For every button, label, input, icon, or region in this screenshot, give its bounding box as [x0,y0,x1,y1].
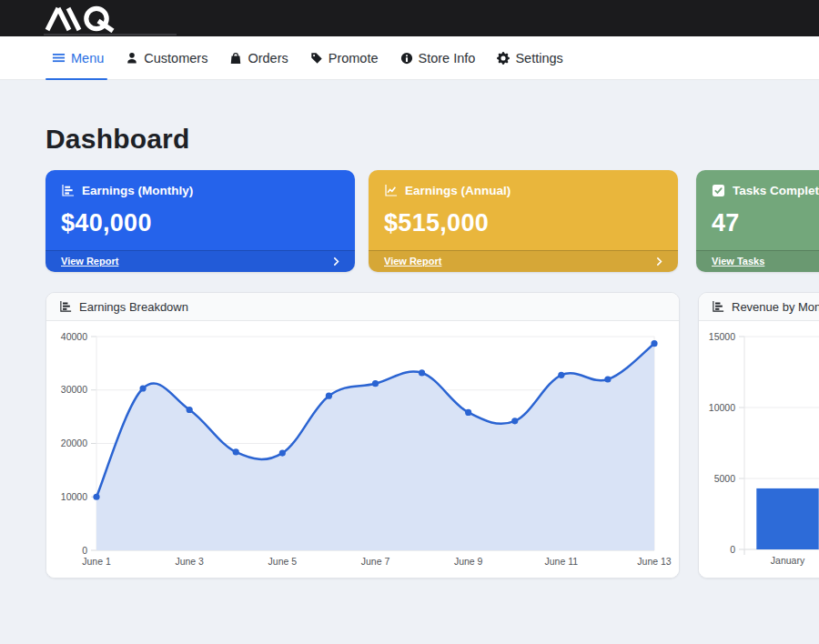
topbar [0,0,819,36]
nav-label: Customers [144,51,207,65]
info-icon [400,52,413,65]
card-earnings-monthly: Earnings (Monthly) $40,000 View Report [46,170,355,272]
svg-text:June 3: June 3 [175,556,204,567]
chart-bar-icon [61,184,75,197]
svg-text:January: January [771,555,805,566]
chevron-right-icon[interactable] [333,257,339,267]
gear-icon [497,52,510,65]
card-earnings-annual: Earnings (Annual) $515,000 View Report [369,170,678,272]
nav-label: Promote [329,51,379,65]
svg-text:June 1: June 1 [82,556,111,567]
chart-title: Revenue by Month [732,300,819,314]
chart-line-icon [384,184,398,197]
chart-bar-icon [59,300,72,313]
earnings-breakdown-chart: 010000200003000040000June 1June 3June 5J… [46,321,679,579]
view-report-link[interactable]: View Report [61,256,118,267]
chart-bar-icon [712,300,724,313]
svg-text:June 9: June 9 [454,556,483,567]
person-icon [126,52,138,65]
page-title: Dashboard [46,124,819,155]
nav-item-orders[interactable]: Orders [229,36,288,79]
svg-text:5000: 5000 [714,473,736,484]
svg-text:10000: 10000 [61,491,87,502]
nav-item-customers[interactable]: Customers [126,36,207,79]
stat-card-label: Tasks Completed [733,184,819,197]
stat-card-value: $515,000 [384,209,662,237]
tag-icon [310,52,323,65]
menu-icon [52,51,66,65]
svg-text:June 7: June 7 [361,556,390,567]
nav-item-settings[interactable]: Settings [497,36,562,79]
chart-title: Earnings Breakdown [79,300,188,314]
stat-card-value: $40,000 [61,209,339,237]
revenue-by-month-chart: 050001000015000January [699,321,819,579]
svg-text:15000: 15000 [709,331,735,342]
nav-label: Menu [71,51,104,65]
svg-text:20000: 20000 [61,438,87,448]
svg-text:40000: 40000 [61,331,87,342]
svg-text:0: 0 [82,545,87,556]
nav-item-menu[interactable]: Menu [52,36,104,79]
svg-text:30000: 30000 [61,384,87,395]
nav-label: Settings [515,51,562,65]
revenue-by-month-card: Revenue by Month 050001000015000January [698,292,819,579]
nav-item-store-info[interactable]: Store Info [400,36,476,79]
card-tasks-completed: Tasks Completed 47 View Tasks [696,170,819,272]
stat-card-value: 47 [712,209,819,237]
bag-icon [229,52,242,65]
charts-row: Earnings Breakdown 010000200003000040000… [46,292,819,579]
main-nav: Menu Customers Orders Promote Store Info… [0,36,819,80]
nav-label: Orders [248,51,288,65]
app-logo[interactable] [44,4,142,36]
nav-label: Store Info [419,51,476,65]
svg-text:June 5: June 5 [268,556,298,567]
stat-cards-row: Earnings (Monthly) $40,000 View Report E… [46,170,819,272]
view-report-link[interactable]: View Report [384,256,441,267]
stat-card-label: Earnings (Annual) [405,184,511,197]
check-square-icon [712,184,725,197]
svg-text:0: 0 [730,544,735,555]
stat-card-label: Earnings (Monthly) [82,184,193,197]
earnings-breakdown-card: Earnings Breakdown 010000200003000040000… [46,292,680,579]
svg-text:June 13: June 13 [637,556,672,567]
chevron-right-icon[interactable] [656,257,662,267]
view-tasks-link[interactable]: View Tasks [712,256,764,267]
svg-text:10000: 10000 [709,402,735,413]
svg-text:June 11: June 11 [545,556,579,567]
nav-item-promote[interactable]: Promote [310,36,379,79]
logo-underline [44,34,177,35]
